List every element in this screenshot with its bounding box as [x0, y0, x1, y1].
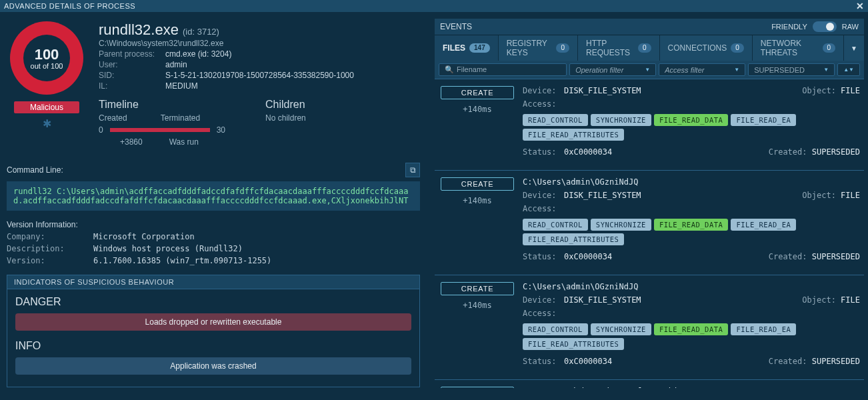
- close-icon[interactable]: ✕: [856, 1, 865, 11]
- access-tag: FILE_READ_EA: [731, 323, 796, 335]
- operation-filter[interactable]: Operation filter▼: [569, 63, 656, 76]
- friendly-label: FRIENDLY: [771, 23, 807, 31]
- accfilter-label: Access filter: [665, 66, 704, 74]
- event-time: +140ms: [463, 301, 491, 310]
- copy-icon[interactable]: ⧉: [405, 163, 420, 177]
- timeline-tail: Was run: [169, 137, 199, 147]
- raw-label: RAW: [842, 23, 859, 31]
- bug-icon: ✱: [43, 117, 51, 130]
- timeline-end: 30: [217, 125, 225, 135]
- access-tag: READ_CONTROL: [523, 323, 588, 335]
- tab-count: 0: [556, 43, 569, 53]
- event-status-row: Status:0xC0000034Created: SUPERSEDED: [523, 357, 860, 370]
- indicators-title: INDICATORS OF SUSPICIOUS BEHAVIOUR: [7, 275, 419, 289]
- tab-http-requests[interactable]: HTTP REQUESTS0: [578, 35, 660, 61]
- il-value: MEDIUM: [165, 81, 198, 91]
- commandline-value[interactable]: rundll32 C:\Users\admin\acdffaccadfdddfa…: [7, 181, 420, 211]
- access-tag: FILE_READ_ATTRIBUTES: [523, 129, 624, 141]
- tab-label: NETWORK THREATS: [761, 39, 819, 57]
- chevron-down-icon: ▼: [823, 67, 829, 73]
- sid-value: S-1-5-21-1302019708-1500728564-335382590…: [165, 71, 354, 80]
- access-tag: READ_CONTROL: [523, 219, 588, 231]
- timeline-created-label: Created: [99, 113, 127, 123]
- user-label: User:: [99, 60, 165, 69]
- tab-label: FILES: [443, 43, 465, 53]
- sid-label: SID:: [99, 71, 165, 80]
- tab-files[interactable]: FILES147: [435, 35, 499, 61]
- access-tag: FILE_READ_EA: [731, 114, 796, 126]
- access-tag: FILE_READ_DATA: [654, 323, 729, 335]
- event-row: CREATE+140msC:\Users\admin\OGzniNdJQDevi…: [435, 275, 864, 379]
- info-item[interactable]: Application was crashed: [15, 357, 411, 375]
- event-list[interactable]: CREATE+140msDevice:DISK_FILE_SYSTEMObjec…: [435, 79, 864, 388]
- access-tag: SYNCHRONIZE: [591, 219, 651, 231]
- operation-badge: CREATE: [441, 86, 514, 99]
- parent-value[interactable]: cmd.exe (id: 3204): [165, 49, 231, 59]
- company-value: Microsoft Corporation: [93, 232, 195, 241]
- event-time: +140ms: [463, 196, 491, 205]
- supfilter-label: SUPERSEDED: [754, 66, 805, 74]
- operation-badge: CREATE: [441, 282, 514, 295]
- tabs-overflow-icon[interactable]: ▼: [844, 35, 864, 61]
- description-label: Description:: [7, 244, 93, 253]
- tab-registry-keys[interactable]: REGISTRY KEYS0: [499, 35, 578, 61]
- timeline-bar: [110, 128, 210, 132]
- danger-heading: DANGER: [15, 296, 411, 308]
- access-tag: FILE_READ_DATA: [654, 114, 729, 126]
- user-value: admin: [165, 60, 187, 69]
- access-filter[interactable]: Access filter▼: [659, 63, 745, 76]
- window-title: ADVANCED DETAILS OF PROCESS: [4, 2, 135, 10]
- parent-label: Parent process:: [99, 49, 165, 59]
- il-label: IL:: [99, 81, 165, 91]
- filename-placeholder: Filename: [457, 65, 487, 73]
- info-heading: INFO: [15, 340, 411, 352]
- access-tag: READ_CONTROL: [523, 114, 588, 126]
- versioninfo-header: Version Information:: [7, 220, 420, 229]
- timeline-start: 0: [99, 125, 103, 135]
- process-name-text: rundll32.exe: [99, 21, 179, 38]
- timeline-terminated-label: Terminated: [161, 113, 200, 123]
- tab-label: HTTP REQUESTS: [586, 39, 634, 57]
- event-time: +140ms: [463, 105, 491, 114]
- event-access-row: Access:READ_CONTROLSYNCHRONIZEFILE_READ_…: [523, 204, 860, 248]
- event-row: CREATE+140msC:\Users\admin\IndexerVolume…: [435, 379, 864, 388]
- children-header: Children: [265, 99, 306, 111]
- access-tag: FILE_READ_ATTRIBUTES: [523, 233, 624, 245]
- danger-item[interactable]: Loads dropped or rewritten executable: [15, 313, 411, 331]
- superseded-filter[interactable]: SUPERSEDED▼: [748, 63, 835, 76]
- tab-label: CONNECTIONS: [668, 43, 727, 53]
- score-suffix: out of 100: [31, 62, 63, 70]
- tab-count: 147: [469, 43, 490, 53]
- access-tag: SYNCHRONIZE: [591, 323, 651, 335]
- sort-toggle[interactable]: ▲▼: [837, 63, 860, 76]
- event-tabs: FILES147REGISTRY KEYS0HTTP REQUESTS0CONN…: [435, 35, 864, 61]
- event-row: CREATE+140msDevice:DISK_FILE_SYSTEMObjec…: [435, 79, 864, 170]
- process-path: C:\Windows\system32\rundll32.exe: [99, 39, 420, 48]
- version-label: Version:: [7, 256, 93, 265]
- event-path: C:\Users\admin\OGzniNdJQ: [523, 282, 860, 291]
- events-title: EVENTS: [440, 22, 472, 31]
- tab-count: 0: [731, 43, 744, 53]
- timeline-header: Timeline: [99, 99, 225, 111]
- event-path: C:\Users\admin\OGzniNdJQ: [523, 177, 860, 187]
- sort-icon: ▲▼: [843, 67, 854, 73]
- event-status-row: Status:0xC0000034Created: SUPERSEDED: [523, 147, 860, 161]
- event-device-row: Device:DISK_FILE_SYSTEMObject: FILE: [523, 295, 860, 309]
- event-access-row: Access:READ_CONTROLSYNCHRONIZEFILE_READ_…: [523, 99, 860, 143]
- chevron-down-icon: ▼: [734, 67, 739, 73]
- access-tag: FILE_READ_EA: [731, 219, 796, 231]
- tab-connections[interactable]: CONNECTIONS0: [660, 35, 753, 61]
- access-tag: FILE_READ_ATTRIBUTES: [523, 338, 624, 350]
- event-access-row: Access:READ_CONTROLSYNCHRONIZEFILE_READ_…: [523, 309, 860, 353]
- operation-badge: CREATE: [441, 177, 514, 191]
- event-path: C:\Users\admin\IndexerVolumeGuid: [523, 387, 860, 388]
- tab-network-threats[interactable]: NETWORK THREATS0: [753, 35, 844, 61]
- titlebar: ADVANCED DETAILS OF PROCESS ✕: [0, 0, 868, 12]
- view-toggle[interactable]: [813, 21, 837, 32]
- filename-filter[interactable]: 🔍Filename: [439, 63, 567, 76]
- search-icon: 🔍: [445, 65, 454, 73]
- event-device-row: Device:DISK_FILE_SYSTEMObject: FILE: [523, 86, 860, 99]
- event-row: CREATE+140msC:\Users\admin\OGzniNdJQDevi…: [435, 170, 864, 275]
- access-tag: FILE_READ_DATA: [654, 219, 729, 231]
- tab-count: 0: [638, 43, 651, 53]
